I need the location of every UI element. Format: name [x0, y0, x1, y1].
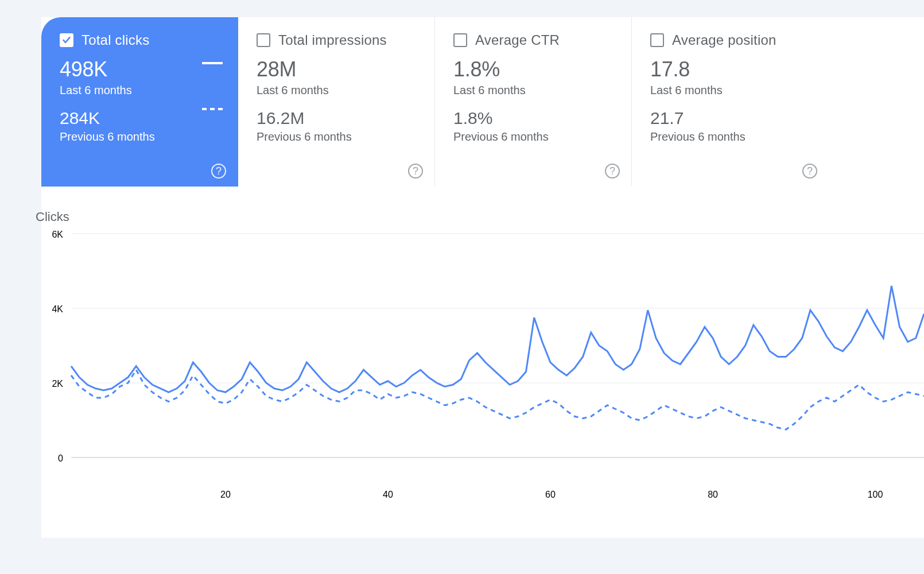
help-icon[interactable]: ?: [408, 164, 423, 179]
metric-title: Total impressions: [278, 32, 387, 48]
series-current: [71, 286, 924, 392]
page-root: Total clicks 498K Last 6 months 284K Pre…: [0, 0, 924, 538]
y-tick-label: 0: [58, 453, 63, 463]
y-tick-label: 2K: [52, 379, 63, 389]
metric-current-value: 1.8%: [453, 57, 616, 82]
metric-card-ctr[interactable]: Average CTR 1.8% Last 6 months 1.8% Prev…: [435, 17, 632, 187]
metric-title: Average CTR: [475, 32, 560, 48]
metric-cards-row: Total clicks 498K Last 6 months 284K Pre…: [41, 17, 924, 187]
legend-swatch-previous: [202, 108, 223, 110]
metric-previous-label: Previous 6 months: [60, 130, 223, 144]
y-tick-label: 4K: [52, 304, 63, 314]
metric-previous-value: 21.7: [650, 108, 814, 128]
x-tick-label: 20: [220, 490, 231, 499]
series-previous: [71, 370, 924, 429]
metric-previous-label: Previous 6 months: [257, 130, 420, 144]
metric-card-position[interactable]: Average position 17.8 Last 6 months 21.7…: [632, 17, 829, 187]
metric-title: Total clicks: [81, 32, 149, 48]
chart-area: Clicks 02K4K6K20406080100: [41, 187, 924, 538]
checkbox-icon: [60, 33, 73, 47]
x-tick-label: 40: [383, 490, 393, 499]
metric-current-value: 17.8: [650, 57, 814, 82]
metric-current-value: 28M: [257, 57, 420, 82]
metric-current-label: Last 6 months: [650, 84, 814, 97]
checkbox-icon: [453, 33, 467, 47]
metric-current-label: Last 6 months: [453, 84, 616, 97]
line-chart: 02K4K6K20406080100: [36, 228, 924, 538]
chart-y-axis-label: Clicks: [36, 210, 924, 224]
metric-card-clicks[interactable]: Total clicks 498K Last 6 months 284K Pre…: [41, 17, 238, 187]
metric-previous-value: 1.8%: [453, 108, 616, 128]
metric-card-impressions[interactable]: Total impressions 28M Last 6 months 16.2…: [238, 17, 435, 187]
y-tick-label: 6K: [52, 230, 63, 239]
x-tick-label: 80: [708, 490, 718, 499]
metric-current-label: Last 6 months: [257, 84, 420, 97]
legend-swatch-current: [202, 62, 223, 64]
metric-previous-label: Previous 6 months: [650, 130, 814, 144]
metric-current-value: 498K: [60, 57, 223, 82]
metric-current-label: Last 6 months: [60, 84, 223, 97]
checkbox-icon: [257, 33, 270, 47]
x-tick-label: 100: [868, 490, 883, 499]
x-tick-label: 60: [545, 490, 556, 499]
metric-title: Average position: [672, 32, 777, 48]
metric-previous-value: 284K: [60, 108, 223, 128]
help-icon[interactable]: ?: [802, 164, 817, 179]
metric-previous-label: Previous 6 months: [453, 130, 616, 144]
help-icon[interactable]: ?: [211, 164, 226, 179]
checkbox-icon: [650, 33, 664, 47]
metric-previous-value: 16.2M: [257, 108, 420, 128]
help-icon[interactable]: ?: [605, 164, 620, 179]
